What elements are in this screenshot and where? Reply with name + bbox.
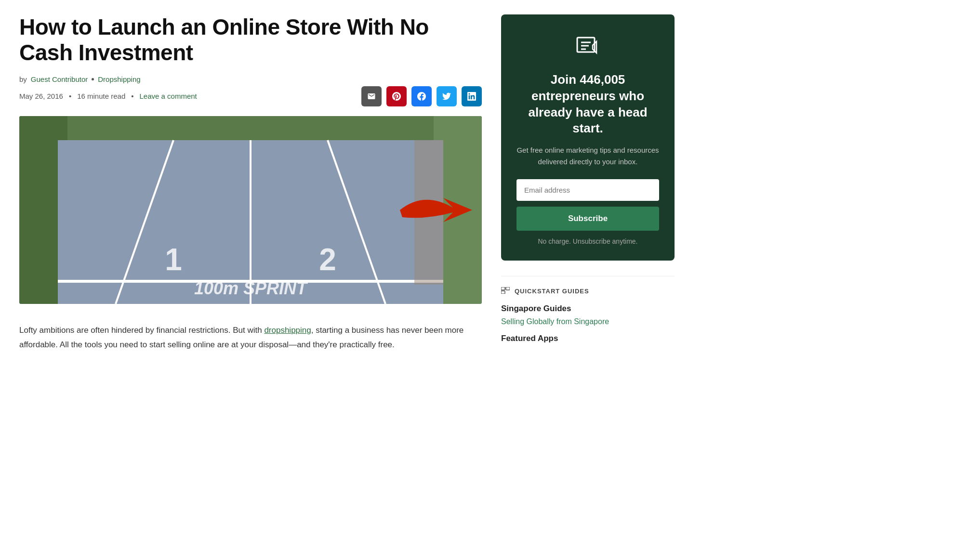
- email-input[interactable]: [516, 179, 659, 201]
- guide-link[interactable]: Selling Globally from Singapore: [501, 317, 675, 326]
- svg-rect-18: [506, 287, 510, 290]
- main-content: How to Launch an Online Store With No Ca…: [19, 14, 482, 352]
- article-meta-row1: by Guest Contributor Dropshipping: [19, 75, 482, 83]
- intro-text-before: Lofty ambitions are often hindered by fi…: [19, 326, 264, 335]
- article-title: How to Launch an Online Store With No Ca…: [19, 14, 482, 66]
- svg-text:1: 1: [165, 242, 182, 277]
- sidebar: Join 446,005 entrepreneurs who already h…: [501, 14, 675, 343]
- svg-text:2: 2: [319, 242, 336, 277]
- featured-apps-title: Featured Apps: [501, 334, 675, 343]
- quickstart-section: QUICKSTART GUIDES Singapore Guides Selli…: [501, 276, 675, 343]
- share-linkedin-button[interactable]: [462, 86, 482, 106]
- newsletter-title: Join 446,005 entrepreneurs who already h…: [516, 72, 659, 137]
- svg-rect-17: [501, 287, 505, 290]
- article-date: May 26, 2016: [19, 92, 63, 100]
- quickstart-header: QUICKSTART GUIDES: [501, 286, 675, 296]
- newsletter-box: Join 446,005 entrepreneurs who already h…: [501, 14, 675, 261]
- leave-comment-link[interactable]: Leave a comment: [140, 92, 197, 100]
- share-pinterest-button[interactable]: [386, 86, 407, 106]
- read-time: 16 minute read: [77, 92, 125, 100]
- dot2: •: [131, 92, 133, 100]
- share-facebook-button[interactable]: [411, 86, 432, 106]
- share-email-button[interactable]: [361, 86, 382, 106]
- no-charge-text: No charge. Unsubscribe anytime.: [516, 237, 659, 245]
- dropshipping-link[interactable]: dropshipping: [264, 326, 311, 335]
- share-icons: [361, 86, 482, 106]
- guide-group-title: Singapore Guides: [501, 304, 675, 314]
- newsletter-icon: [516, 34, 659, 64]
- meta-dot: [92, 78, 94, 80]
- newsletter-description: Get free online marketing tips and resou…: [516, 144, 659, 168]
- article-intro: Lofty ambitions are often hindered by fi…: [19, 323, 482, 352]
- category-link[interactable]: Dropshipping: [98, 75, 140, 83]
- by-label: by: [19, 75, 27, 83]
- quickstart-label: QUICKSTART GUIDES: [515, 288, 589, 295]
- dot1: •: [69, 92, 71, 100]
- svg-rect-19: [501, 291, 505, 294]
- subscribe-button[interactable]: Subscribe: [516, 207, 659, 231]
- svg-rect-10: [58, 280, 443, 283]
- share-twitter-button[interactable]: [437, 86, 457, 106]
- hero-image: 1 2 100m SPRINT: [19, 116, 482, 304]
- quickstart-icon: [501, 286, 510, 296]
- article-meta-row2: May 26, 2016 • 16 minute read • Leave a …: [19, 86, 482, 106]
- date-info: May 26, 2016 • 16 minute read • Leave a …: [19, 92, 197, 100]
- author-link[interactable]: Guest Contributor: [31, 75, 88, 83]
